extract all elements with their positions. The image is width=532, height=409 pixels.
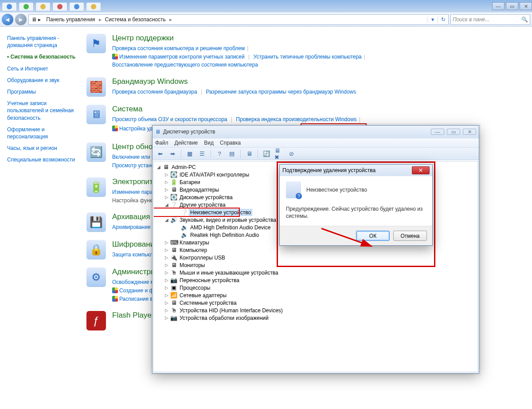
link-admin-3[interactable]: Расписание вы [119,296,157,302]
sidebar-item-users[interactable]: Учетные записи пользователей и семейная … [7,100,82,122]
computer-icon: 🖥 [162,164,169,170]
link-view-installed[interactable]: Просмотр установ [112,162,157,169]
tree-category[interactable]: ▷ 📶 Сетевые адаптеры [155,291,477,299]
expand-icon[interactable]: ▷ [164,240,170,245]
device-manager-titlebar[interactable]: 🖥 Диспетчер устройств — ▭ ✕ [153,126,479,138]
tb-view-icon[interactable]: ☰ [197,149,207,159]
tree-category[interactable]: ▷ 🖥 Системные устройства [155,299,477,307]
tb-help-icon[interactable]: ? [215,149,224,159]
dialog-titlebar[interactable]: Подтверждение удаления устройства ✕ [280,165,432,176]
address-dropdown-button[interactable]: ▾ [427,16,438,23]
link-perf-index[interactable]: Проверка индекса производительности Wind… [236,116,356,122]
address-bar[interactable]: 🖥 ▸ Панель управления ▸ Система и безопа… [28,14,449,25]
cancel-button[interactable]: Отмена [393,231,427,241]
expand-icon[interactable]: ▷ [164,248,170,252]
expand-icon[interactable]: ▷ [164,285,170,290]
link-ram-cpu[interactable]: Просмотр объема ОЗУ и скорости процессор… [112,116,227,122]
device-manager-menubar: Файл Действие Вид Справка [153,138,479,148]
sidebar-item-appearance[interactable]: Оформление и персонализация [7,126,82,140]
link-check-status[interactable]: Проверка состояния компьютера и решение … [112,45,245,51]
expand-icon[interactable]: ▷ [164,187,170,192]
expand-icon[interactable]: ▷ [164,270,170,275]
menu-view[interactable]: Вид [204,140,214,146]
link-firewall-allow[interactable]: Разрешение запуска программы через бранд… [206,89,356,95]
link-restore[interactable]: Восстановление предшествующего состояния… [112,62,258,68]
tree-category[interactable]: ▷ 🖥 Мониторы [155,261,477,269]
sidebar-item-hardware[interactable]: Оборудование и звук [7,77,82,84]
window-close-button[interactable]: ✕ [520,2,532,10]
sidebar-item-ease[interactable]: Специальные возможности [7,156,82,163]
menu-help[interactable]: Справка [220,140,241,146]
category-backup[interactable]: Архивация и [112,212,158,221]
expand-icon[interactable]: ▷ [164,300,170,305]
link-uac-settings[interactable]: Изменение параметров контроля учетных за… [119,54,245,60]
device-icon: 🔉 [181,224,188,231]
tb-show-hidden-icon[interactable]: ▦ [185,149,195,159]
category-system[interactable]: Система [112,105,367,114]
tree-category[interactable]: ▷ 📷 Устройства обработки изображений [155,314,477,322]
tree-category[interactable]: ▷ 🖥 Компьютер [155,246,477,254]
expand-icon[interactable]: ▷ [164,308,170,313]
link-admin-1[interactable]: Освобождение ме [112,279,157,285]
tb-properties-icon[interactable]: ▤ [227,149,237,159]
dm-maximize-button[interactable]: ▭ [447,129,460,135]
refresh-button[interactable]: ↻ [438,16,448,23]
nav-forward-button[interactable]: ► [15,14,27,25]
collapse-icon[interactable]: ◢ [156,165,162,169]
expand-icon[interactable]: ▷ [164,255,170,260]
breadcrumb[interactable]: Панель управления [43,16,98,23]
link-troubleshoot[interactable]: Устранить типичные проблемы компьютера [254,54,362,60]
window-minimize-button[interactable]: — [492,2,505,10]
tb-update-driver-icon[interactable]: 🔄 [262,149,271,159]
sidebar: Панель управления - домашняя страница Си… [0,27,86,409]
sidebar-item-system-security[interactable]: Система и безопасность [7,53,82,60]
menu-file[interactable]: Файл [155,140,168,146]
expand-icon[interactable]: ▷ [164,195,170,200]
tb-uninstall-icon[interactable]: 🖥✖ [274,149,284,159]
tb-fwd-icon[interactable]: ➡ [168,149,177,159]
link-firewall-status[interactable]: Проверка состояния брандмауэра [112,89,197,95]
device-category-icon: 🖥 [170,247,177,253]
expand-icon[interactable]: ◢ [164,217,170,222]
tree-label: Звуковые, видео и игровые устройства [179,217,277,223]
link-backup-1[interactable]: Архивирование да [112,224,158,230]
expand-icon[interactable]: ▷ [164,180,170,185]
tree-label: Realtek High Definition Audio [189,232,260,238]
category-action-center[interactable]: Центр поддержки [112,34,368,43]
tree-label: Контроллеры USB [179,255,226,261]
sidebar-item-network[interactable]: Сеть и Интернет [7,65,82,72]
search-input[interactable]: Поиск в пане... 🔍 [450,14,530,25]
dm-minimize-button[interactable]: — [431,129,444,135]
ok-button[interactable]: ОК [356,231,390,241]
breadcrumb[interactable]: Система и безопасность [102,16,168,23]
device-category-icon: 💽 [170,194,177,201]
sidebar-item-programs[interactable]: Программы [7,88,82,95]
category-bitlocker[interactable]: Шифрование [112,240,159,249]
tree-category[interactable]: ▷ 🔌 Контроллеры USB [155,254,477,261]
tree-category[interactable]: ▷ 🖱 Мыши и иные указывающие устройства [155,269,477,276]
expand-icon[interactable]: ▷ [164,278,170,283]
sidebar-item-clock[interactable]: Часы, язык и регион [7,145,82,152]
tree-root-label: Admin-PC [171,164,197,170]
tb-disable-icon[interactable]: ⊘ [286,149,296,159]
sidebar-home-link[interactable]: Панель управления - домашняя страница [7,35,82,49]
tree-category[interactable]: ▷ ▣ Процессоры [155,284,477,291]
expand-icon[interactable]: ▷ [164,315,170,320]
dialog-close-button[interactable]: ✕ [412,166,430,174]
expand-icon[interactable]: ▷ [164,172,170,177]
tb-scan-icon[interactable]: 🖥 [244,149,254,159]
menu-action[interactable]: Действие [175,140,198,146]
link-bitlocker-1[interactable]: Защита компьюте [112,252,156,258]
category-firewall[interactable]: Брандмауэр Windows [112,77,356,86]
link-power-1[interactable]: Изменение парам [112,189,156,195]
folder-icon: 🖥 ▸ [29,16,43,23]
dm-close-button[interactable]: ✕ [463,129,476,135]
tree-category[interactable]: ▷ 🖱 Устройства HID (Human Interface Devi… [155,307,477,314]
tree-category[interactable]: ▷ 📷 Переносные устройства [155,276,477,284]
expand-icon[interactable]: ▷ [164,293,170,298]
nav-back-button[interactable]: ◄ [2,14,13,25]
expand-icon[interactable]: ▷ [164,263,170,267]
expand-icon[interactable]: ◢ [164,202,170,207]
window-maximize-button[interactable]: ▭ [506,2,518,10]
tb-back-icon[interactable]: ⬅ [155,149,165,159]
